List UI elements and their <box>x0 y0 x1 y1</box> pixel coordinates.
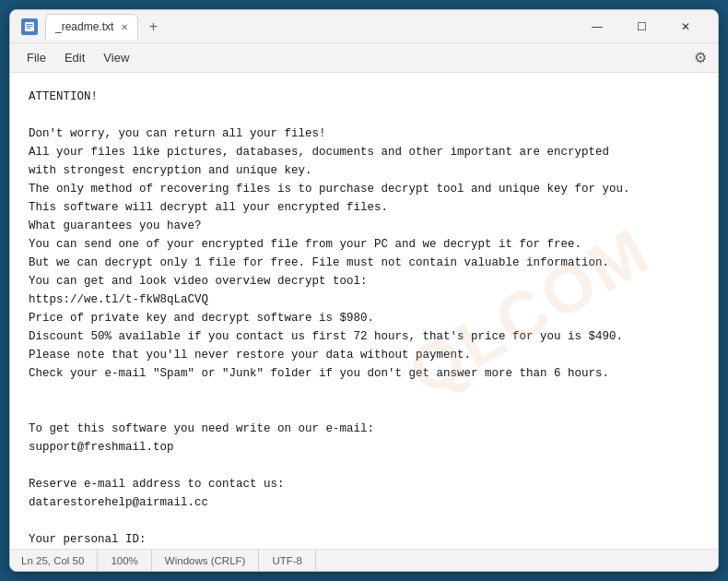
close-button[interactable]: ✕ <box>664 13 707 41</box>
line-ending: Windows (CRLF) <box>152 550 260 571</box>
tab-close-button[interactable]: ✕ <box>121 22 128 32</box>
menu-edit[interactable]: Edit <box>55 47 94 68</box>
encoding: UTF-8 <box>259 550 316 571</box>
tab-label: _readme.txt <box>55 20 113 33</box>
app-icon <box>21 18 38 35</box>
menubar: File Edit View ⚙ <box>10 43 718 73</box>
settings-icon[interactable]: ⚙ <box>690 45 710 70</box>
menu-view[interactable]: View <box>94 47 138 68</box>
notepad-window: _readme.txt ✕ + — ☐ ✕ File Edit View ⚙ Q… <box>9 9 719 572</box>
zoom-level: 100% <box>98 550 151 571</box>
statusbar: Ln 25, Col 50 100% Windows (CRLF) UTF-8 <box>10 549 718 571</box>
titlebar: _readme.txt ✕ + — ☐ ✕ <box>10 10 718 43</box>
tab-readme[interactable]: _readme.txt ✕ <box>45 14 138 40</box>
maximize-button[interactable]: ☐ <box>620 13 663 41</box>
new-tab-button[interactable]: + <box>140 14 166 40</box>
tab-area: _readme.txt ✕ + <box>45 14 576 40</box>
menu-file[interactable]: File <box>18 47 55 68</box>
text-content: ATTENTION! Don't worry, you can return a… <box>29 88 699 549</box>
minimize-button[interactable]: — <box>576 13 618 41</box>
content-area[interactable]: QLCOM ATTENTION! Don't worry, you can re… <box>10 73 718 549</box>
cursor-position: Ln 25, Col 50 <box>21 550 98 571</box>
window-controls: — ☐ ✕ <box>576 13 707 41</box>
